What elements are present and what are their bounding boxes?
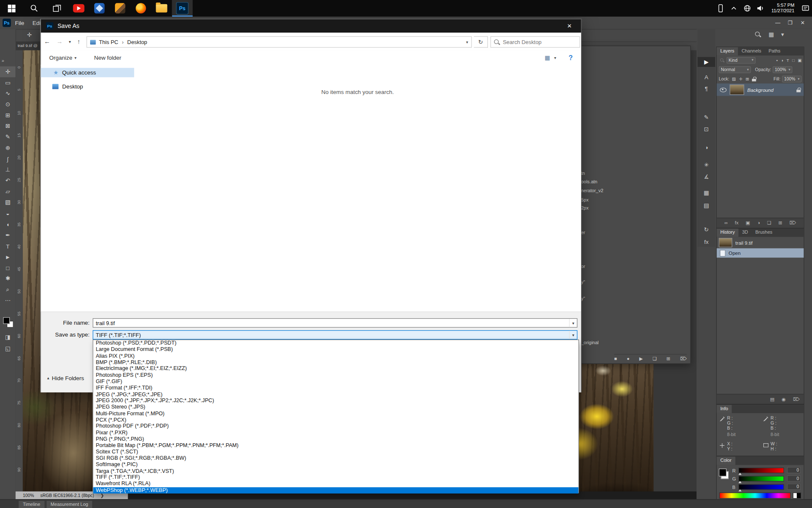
notification-center-icon[interactable] bbox=[798, 0, 812, 17]
format-option[interactable]: Large Document Format (*.PSB) bbox=[93, 346, 578, 353]
tab-timeline[interactable]: Timeline bbox=[19, 500, 44, 508]
format-option[interactable]: JPEG (*.JPG;*.JPEG;*.JPE) bbox=[93, 391, 578, 398]
layer-effects-icon[interactable]: fx bbox=[735, 220, 739, 225]
delete-icon[interactable]: ⌦ bbox=[680, 356, 687, 361]
tab-color[interactable]: Color bbox=[717, 457, 735, 465]
zoom-tool-icon[interactable]: ⌕ bbox=[0, 284, 16, 295]
swatches-panel-icon[interactable]: ▦ bbox=[697, 190, 715, 196]
maximize-icon[interactable]: ❐ bbox=[784, 18, 796, 27]
tab-info[interactable]: Info bbox=[717, 405, 732, 413]
brush-settings-panel-icon[interactable]: ✎ bbox=[697, 114, 715, 121]
layer-row-background[interactable]: Background bbox=[717, 83, 804, 96]
tab-3d[interactable]: 3D bbox=[738, 229, 752, 237]
sidebar-item-quick-access[interactable]: ★ Quick access bbox=[41, 68, 134, 77]
edit-toolbar-icon[interactable]: ⋯ bbox=[0, 295, 16, 306]
format-option[interactable]: BMP (*.BMP;*.RLE;*.DIB) bbox=[93, 359, 578, 366]
format-option[interactable]: GIF (*.GIF) bbox=[93, 378, 578, 385]
clone-stamp-tool-icon[interactable]: ⊥ bbox=[0, 164, 16, 175]
foreground-color-swatch[interactable] bbox=[719, 469, 727, 476]
new-action-icon[interactable]: ⊞ bbox=[667, 356, 670, 361]
device-icon[interactable] bbox=[713, 0, 727, 17]
minimize-icon[interactable]: — bbox=[771, 18, 784, 27]
layer-name[interactable]: Background bbox=[747, 87, 774, 92]
format-option[interactable]: TIFF (*.TIF;*.TIFF) bbox=[93, 474, 578, 480]
view-options-button[interactable]: ▦ ▾ bbox=[545, 54, 556, 61]
app-icon-gameapp[interactable] bbox=[110, 0, 131, 17]
app-icon-youtube[interactable] bbox=[69, 0, 89, 17]
task-view-icon[interactable] bbox=[46, 0, 69, 17]
patterns-panel-icon[interactable]: ▤ bbox=[697, 202, 715, 209]
frame-tool-icon[interactable]: ⊠ bbox=[0, 121, 16, 132]
new-snapshot-icon[interactable]: ◉ bbox=[782, 397, 786, 402]
new-layer-icon[interactable]: ⊞ bbox=[779, 220, 782, 225]
eraser-tool-icon[interactable]: ▱ bbox=[0, 186, 16, 197]
styles-panel-icon[interactable]: ✳ bbox=[697, 162, 715, 168]
format-option[interactable]: WebPShop (*.WEBP;*.WEBP) bbox=[93, 487, 578, 493]
format-option[interactable]: Photoshop PDF (*.PDF;*.PDP) bbox=[93, 423, 578, 430]
tab-channels[interactable]: Channels bbox=[738, 47, 765, 55]
tab-layers[interactable]: Layers bbox=[717, 47, 738, 55]
eyedropper-tool-icon[interactable]: ✎ bbox=[0, 132, 16, 143]
layer-group-icon[interactable]: ❏ bbox=[767, 220, 771, 225]
screen-mode-icon[interactable]: ◱ bbox=[0, 342, 16, 354]
lock-artboard-icon[interactable]: ⊞ bbox=[746, 77, 749, 81]
app-icon-photoshop[interactable]: Ps bbox=[172, 0, 193, 17]
format-option[interactable]: Multi-Picture Format (*.MPO) bbox=[93, 410, 578, 417]
format-option[interactable]: Photoshop (*.PSD;*.PDD;*.PSDT) bbox=[93, 340, 578, 346]
dialog-title-bar[interactable]: Ps Save As ✕ bbox=[41, 19, 581, 33]
menu-file[interactable]: File bbox=[15, 20, 25, 26]
chevron-down-icon[interactable]: ▾ bbox=[781, 31, 784, 38]
stop-icon[interactable]: ■ bbox=[614, 356, 617, 361]
foreground-color-swatch[interactable] bbox=[3, 317, 10, 324]
action-item-fragment[interactable]: er bbox=[581, 230, 585, 235]
fill-dropdown[interactable]: 100%▾ bbox=[782, 75, 802, 82]
history-brush-tool-icon[interactable]: ↶ bbox=[0, 175, 16, 186]
history-state-open[interactable]: Open bbox=[717, 248, 804, 258]
red-value[interactable]: 0 bbox=[787, 467, 801, 473]
action-item-fragment[interactable]: tn bbox=[581, 171, 585, 176]
volume-icon[interactable] bbox=[754, 0, 767, 17]
layer-mask-icon[interactable]: ▣ bbox=[746, 220, 750, 225]
healing-brush-tool-icon[interactable]: ⊕ bbox=[0, 143, 16, 154]
pen-tool-icon[interactable]: ✒ bbox=[0, 229, 16, 240]
breadcrumb-caret-icon[interactable]: ▾ bbox=[466, 40, 468, 44]
format-option[interactable]: Wavefront RLA (*.RLA) bbox=[93, 480, 578, 487]
recent-locations-caret-icon[interactable]: ▾ bbox=[69, 39, 71, 44]
search-icon[interactable] bbox=[754, 31, 761, 38]
gradient-tool-icon[interactable]: ▨ bbox=[0, 197, 16, 208]
green-slider-thumb[interactable] bbox=[738, 481, 741, 483]
hide-folders-button[interactable]: ▴ Hide Folders bbox=[47, 375, 84, 381]
tab-paths[interactable]: Paths bbox=[765, 47, 784, 55]
app-icon-explorer[interactable] bbox=[151, 0, 172, 17]
crop-tool-icon[interactable]: ⊞ bbox=[0, 110, 16, 121]
layer-thumbnail[interactable] bbox=[730, 85, 744, 95]
format-option[interactable]: Photoshop EPS (*.EPS) bbox=[93, 372, 578, 378]
adjustments-panel-icon[interactable]: ◑ bbox=[697, 144, 715, 150]
dodge-tool-icon[interactable]: ◖ bbox=[0, 219, 16, 230]
format-option[interactable]: ElectricImage (*.IMG;*.EI;*.EIZ;*.EIZZ) bbox=[93, 366, 578, 372]
help-button[interactable]: ? bbox=[569, 54, 573, 61]
lock-all-icon[interactable] bbox=[752, 77, 756, 81]
workspace-icon[interactable]: ▦ bbox=[768, 31, 774, 38]
app-icon-firefox[interactable] bbox=[131, 0, 151, 17]
color-swatches[interactable] bbox=[3, 317, 13, 327]
green-slider[interactable] bbox=[738, 476, 784, 481]
object-selection-tool-icon[interactable]: ⊙ bbox=[0, 99, 16, 110]
action-item-fragment[interactable]: nerator_v2 bbox=[581, 188, 604, 193]
brush-tool-icon[interactable]: ∫ bbox=[0, 153, 16, 164]
format-option[interactable]: IFF Format (*.IFF;*.TDI) bbox=[93, 385, 578, 391]
status-chevron-icon[interactable]: ❯ bbox=[100, 493, 104, 498]
blue-value[interactable]: 0 bbox=[787, 483, 801, 490]
opacity-dropdown[interactable]: 100%▾ bbox=[773, 66, 793, 73]
lock-position-icon[interactable]: ✛ bbox=[739, 77, 742, 81]
layer-visibility-icon[interactable] bbox=[720, 87, 727, 92]
document-tab[interactable]: trail 9.tif @ bbox=[16, 41, 43, 50]
green-value[interactable]: 0 bbox=[787, 475, 801, 482]
action-item-fragment[interactable]: y" bbox=[581, 296, 585, 301]
toolbar-collapse-icon[interactable]: » bbox=[2, 58, 4, 63]
dialog-close-button[interactable]: ✕ bbox=[558, 19, 581, 33]
record-icon[interactable]: ● bbox=[627, 356, 630, 361]
format-option[interactable]: SGI RGB (*.SGI;*.RGB;*.RGBA;*.BW) bbox=[93, 455, 578, 461]
hand-tool-icon[interactable]: ✱ bbox=[0, 273, 16, 284]
format-option[interactable]: Scitex CT (*.SCT) bbox=[93, 449, 578, 455]
